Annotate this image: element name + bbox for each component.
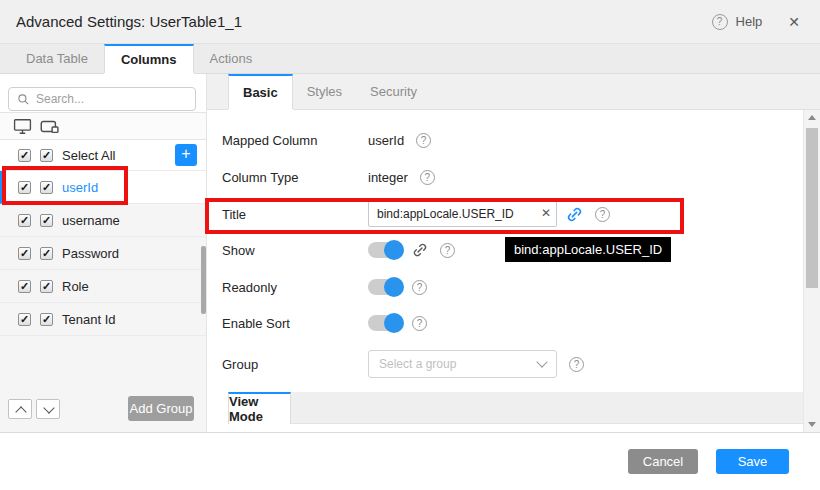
column-type-row: Column Type integer ? — [222, 163, 780, 191]
readonly-row: Readonly ? — [222, 277, 780, 297]
reorder-controls — [8, 399, 60, 419]
mobile-checkbox[interactable]: ✓ — [40, 247, 53, 260]
show-toggle[interactable] — [368, 242, 402, 258]
field-label: Group — [222, 357, 368, 372]
sidebar-scrollbar-thumb[interactable] — [201, 246, 206, 314]
tab-actions[interactable]: Actions — [194, 44, 269, 73]
binding-tooltip: bind:appLocale.USER_ID — [505, 237, 671, 262]
desktop-checkbox[interactable]: ✓ — [18, 247, 31, 260]
column-type-value: integer — [368, 170, 408, 185]
mobile-icon — [40, 118, 60, 135]
help-icon[interactable]: ? — [420, 170, 435, 185]
advanced-settings-dialog: Advanced Settings: UserTable1_1 ? Help ✕… — [0, 0, 820, 490]
enable-sort-row: Enable Sort ? — [222, 313, 780, 333]
device-visibility-header — [0, 113, 206, 140]
dialog-footer: Cancel Save — [0, 432, 820, 490]
readonly-toggle[interactable] — [368, 279, 402, 295]
help-icon[interactable]: ? — [412, 316, 427, 331]
page-title: Advanced Settings: UserTable1_1 — [16, 13, 242, 30]
search-input[interactable] — [36, 92, 191, 106]
scrollbar-down-button[interactable] — [804, 417, 820, 432]
mobile-checkbox[interactable]: ✓ — [40, 214, 53, 227]
tab-data-table[interactable]: Data Table — [10, 44, 104, 73]
tab-view-mode[interactable]: View Mode — [228, 392, 291, 424]
field-label: Column Type — [222, 170, 368, 185]
title-input[interactable] — [368, 201, 557, 227]
dialog-body: ✓ ✓ Select All + ✓ ✓ userId ✓ ✓ username… — [0, 74, 820, 432]
link-icon[interactable] — [566, 206, 583, 223]
desktop-checkbox[interactable]: ✓ — [18, 280, 31, 293]
tab-styles[interactable]: Styles — [293, 74, 356, 109]
link-icon[interactable] — [412, 242, 428, 258]
group-select-placeholder: Select a group — [379, 357, 538, 371]
add-column-button[interactable]: + — [175, 144, 197, 166]
add-group-button[interactable]: Add Group — [128, 396, 194, 421]
group-select[interactable]: Select a group — [368, 350, 557, 378]
search-icon — [17, 93, 30, 106]
enable-sort-toggle[interactable] — [368, 315, 402, 331]
help-icon[interactable]: ? — [569, 357, 584, 372]
help-icon[interactable]: ? — [416, 133, 431, 148]
column-row-password[interactable]: ✓ ✓ Password — [0, 237, 206, 270]
mobile-checkbox[interactable]: ✓ — [40, 280, 53, 293]
move-down-button[interactable] — [36, 399, 60, 419]
mobile-checkbox[interactable]: ✓ — [40, 181, 53, 194]
mapped-column-row: Mapped Column userId ? — [222, 126, 780, 154]
select-all-label[interactable]: Select All — [62, 148, 115, 163]
mobile-checkbox[interactable]: ✓ — [40, 149, 53, 162]
scrollbar-up-button[interactable] — [804, 110, 820, 125]
clear-icon[interactable]: ✕ — [541, 206, 551, 220]
desktop-checkbox[interactable]: ✓ — [18, 313, 31, 326]
show-row: Show ? — [222, 240, 780, 260]
column-row-username[interactable]: ✓ ✓ username — [0, 204, 206, 237]
title-row: Title ✕ ? — [222, 200, 780, 228]
column-label[interactable]: userId — [62, 180, 98, 195]
cancel-button[interactable]: Cancel — [628, 449, 698, 474]
search-box — [8, 87, 196, 111]
field-label: Enable Sort — [222, 316, 368, 331]
view-mode-tab-bar: View Mode — [207, 392, 803, 424]
settings-tab-bar: Basic Styles Security — [207, 74, 820, 110]
desktop-icon — [13, 118, 32, 135]
column-row-userid[interactable]: ✓ ✓ userId — [0, 171, 206, 204]
field-label: Readonly — [222, 280, 368, 295]
field-label: Show — [222, 243, 368, 258]
field-label: Mapped Column — [222, 133, 368, 148]
column-label[interactable]: Password — [62, 246, 119, 261]
help-icon[interactable]: ? — [712, 14, 728, 30]
move-up-button[interactable] — [8, 399, 32, 419]
view-mode-tab-bg — [291, 392, 803, 424]
save-button[interactable]: Save — [716, 449, 789, 474]
tab-security[interactable]: Security — [356, 74, 431, 109]
scrollbar-thumb[interactable] — [806, 128, 818, 288]
desktop-checkbox[interactable]: ✓ — [18, 181, 31, 194]
title-input-wrap: ✕ — [368, 201, 557, 227]
desktop-checkbox[interactable]: ✓ — [18, 149, 31, 162]
column-label[interactable]: Role — [62, 279, 89, 294]
search-area — [0, 74, 206, 113]
group-row: Group Select a group ? — [222, 350, 780, 378]
column-row-role[interactable]: ✓ ✓ Role — [0, 270, 206, 303]
field-label: Title — [222, 207, 368, 222]
close-icon[interactable]: ✕ — [788, 14, 800, 30]
help-icon[interactable]: ? — [440, 243, 455, 258]
column-row-tenant-id[interactable]: ✓ ✓ Tenant Id — [0, 303, 206, 336]
columns-sidebar: ✓ ✓ Select All + ✓ ✓ userId ✓ ✓ username… — [0, 74, 207, 432]
select-all-row: ✓ ✓ Select All + — [0, 140, 206, 171]
desktop-checkbox[interactable]: ✓ — [18, 214, 31, 227]
help-icon[interactable]: ? — [595, 207, 610, 222]
dialog-header: Advanced Settings: UserTable1_1 ? Help ✕ — [0, 0, 820, 44]
mapped-column-value: userId — [368, 133, 404, 148]
chevron-down-icon — [536, 356, 547, 367]
content-scrollbar — [803, 110, 820, 432]
help-link[interactable]: Help — [736, 14, 763, 29]
help-icon[interactable]: ? — [412, 280, 427, 295]
tab-basic[interactable]: Basic — [228, 74, 293, 109]
column-label[interactable]: Tenant Id — [62, 312, 116, 327]
main-tab-bar: Data Table Columns Actions — [0, 44, 820, 74]
header-actions: ? Help ✕ — [712, 14, 820, 30]
mobile-checkbox[interactable]: ✓ — [40, 313, 53, 326]
column-label[interactable]: username — [62, 213, 120, 228]
tab-columns[interactable]: Columns — [104, 44, 194, 73]
